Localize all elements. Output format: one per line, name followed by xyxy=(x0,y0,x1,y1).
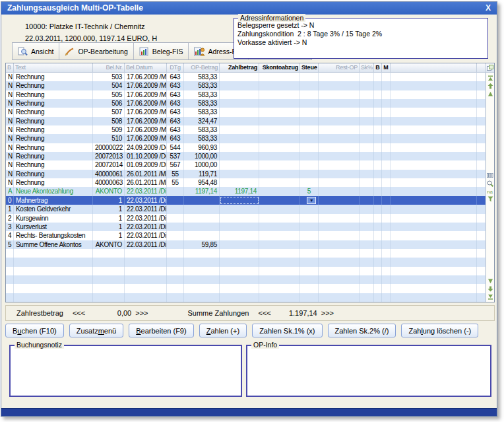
table-row[interactable]: NRechnung4000006126.01.2011 /Mi55119,71 xyxy=(6,170,486,178)
table-row[interactable]: NRechnung50617.06.2009 /Mi643583,33 xyxy=(6,99,486,108)
table-row[interactable]: NRechnung50717.06.2009 /Mi643583,33 xyxy=(6,108,486,116)
scroll-page-up-icon[interactable] xyxy=(487,83,493,89)
table-row[interactable] xyxy=(6,284,486,293)
table-row[interactable] xyxy=(6,275,486,284)
cell-zahlbetrag xyxy=(220,117,259,125)
table-row[interactable]: ANeue AkontozahlungAKONTO22.03.2011 /Di1… xyxy=(6,187,486,195)
scroll-up-icon[interactable] xyxy=(487,90,493,97)
search-icon[interactable] xyxy=(487,180,493,187)
cell-zahlbetrag xyxy=(220,231,259,240)
cell-zahlbetrag xyxy=(220,99,259,108)
column-header-skpct[interactable]: Sk% xyxy=(360,63,374,73)
cell-belnr xyxy=(93,258,125,266)
zahlen-button[interactable]: Zahlen (+) xyxy=(199,324,247,337)
zusatzmen-button[interactable]: Zusatzmenü xyxy=(69,324,124,337)
cell-b xyxy=(6,275,14,284)
sort-icon[interactable]: na xyxy=(487,188,493,195)
column-header-zahlbetrag[interactable]: Zahlbetrag xyxy=(220,63,259,73)
table-row[interactable]: 1Kosten Geldverkehr122.03.2011 /Di xyxy=(6,205,486,213)
cell-beldatum: 22.03.2011 /Di xyxy=(125,223,167,231)
zahlen-sk-1-x-button[interactable]: Zahlen Sk.1% (x) xyxy=(252,324,322,337)
cell-opbetrag: 583,33 xyxy=(184,134,220,143)
column-header-beldatum[interactable]: Bel.Datum xyxy=(125,63,167,73)
column-header-steue[interactable]: Steue xyxy=(300,63,319,73)
cell-blank2 xyxy=(477,293,486,302)
table-row[interactable]: NRechnung2000002224.09.2009 /Do544960,93 xyxy=(6,143,486,152)
column-header-blank2[interactable] xyxy=(477,63,486,73)
table-row[interactable]: NRechnung51017.06.2009 /Mi643583,33 xyxy=(6,134,486,143)
column-header-b[interactable]: B xyxy=(6,63,14,73)
table-row[interactable]: 4Rechts- Beratungskosten122.03.2011 /Di xyxy=(6,231,486,240)
cell-text xyxy=(14,284,93,293)
zahlung-l-schen-button[interactable]: Zahlung löschen (-) xyxy=(401,324,478,337)
table-row[interactable]: 3Kursverlust122.03.2011 /Di xyxy=(6,223,486,231)
zahlen-sk-2-button[interactable]: Zahlen Sk.2% (/) xyxy=(328,324,396,337)
column-header-belnr[interactable]: Bel.Nr. xyxy=(93,63,125,73)
table-row[interactable]: NRechnung50417.06.2009 /Mi643583,33 xyxy=(6,81,486,90)
cell-b2 xyxy=(374,214,382,223)
column-header-text[interactable]: Text xyxy=(14,63,93,73)
table-row[interactable] xyxy=(6,267,486,275)
tab-ansicht[interactable]: Ansicht xyxy=(13,43,59,59)
columns-icon[interactable] xyxy=(487,172,493,179)
scroll-bottom-icon[interactable] xyxy=(487,293,493,300)
buchungsnotiz-area[interactable] xyxy=(11,346,241,396)
scroll-down-icon[interactable] xyxy=(487,277,493,284)
table-row[interactable]: NRechnung50817.06.2009 /Mi643324,47 xyxy=(6,117,486,125)
cell-zahlbetrag xyxy=(220,81,259,90)
column-chooser-icon[interactable] xyxy=(486,63,494,73)
cell-blank2 xyxy=(477,205,486,213)
close-icon[interactable]: X xyxy=(486,2,491,15)
column-header-opbetrag[interactable]: OP-Betrag xyxy=(184,63,220,73)
customer-info-line1: 10000: Platzke IT-Technik / Chemnitz xyxy=(25,22,145,30)
cell-b2 xyxy=(374,249,382,258)
table-row[interactable]: NRechnung4000006326.01.2011 /Mi55954,48 xyxy=(6,178,486,187)
table-row[interactable]: 2Kursgewinn122.03.2011 /Di xyxy=(6,214,486,223)
scroll-page-down-icon[interactable] xyxy=(487,285,493,292)
table-row[interactable] xyxy=(6,258,486,266)
cell-zahlbetrag xyxy=(220,293,259,302)
cell-text: Rechnung xyxy=(14,90,93,99)
cell-belnr: 506 xyxy=(93,99,125,108)
tab-op-bearbeitung[interactable]: OP-Bearbeitung xyxy=(59,43,133,59)
table-row[interactable]: 0Mahnertrag122.03.2011 /Di▼ xyxy=(6,196,486,205)
bearbeiten-f9-button[interactable]: Bearbeiten (F9) xyxy=(129,324,193,337)
cell-m xyxy=(382,293,391,302)
column-header-restop[interactable]: Rest-OP xyxy=(319,63,360,73)
cell-blank xyxy=(391,170,477,178)
cell-blank xyxy=(391,258,477,266)
column-header-blank[interactable] xyxy=(391,63,477,73)
cell-zahlbetrag xyxy=(220,223,259,231)
column-header-dtg[interactable]: DTg xyxy=(167,63,184,73)
table-row[interactable]: NRechnung50317.06.2009 /Mi643583,33 xyxy=(6,73,486,81)
cell-steue xyxy=(300,240,319,249)
table-row[interactable]: NRechnung2007201401.09.2009 /Di5671000,0… xyxy=(6,160,486,169)
cell-b2 xyxy=(374,170,382,178)
column-header-b2[interactable]: B xyxy=(374,63,382,73)
cell-restop xyxy=(319,125,360,134)
steue-dropdown-button[interactable]: ▼ xyxy=(307,197,316,204)
table-row[interactable]: NRechnung50917.06.2009 /Mi643583,33 xyxy=(6,125,486,134)
cell-b xyxy=(6,293,14,302)
table-row[interactable]: NRechnung2007201301.10.2009 /Do5371000,0… xyxy=(6,152,486,160)
cell-b xyxy=(6,258,14,266)
cell-b2 xyxy=(374,143,382,152)
cell-beldatum: 01.09.2009 /Di xyxy=(125,160,167,169)
table-row[interactable]: NRechnung50517.06.2009 /Mi643583,33 xyxy=(6,90,486,99)
filter-icon[interactable] xyxy=(487,196,493,203)
column-header-skontoabzug[interactable]: Skontoabzug xyxy=(259,63,300,73)
tab-beleg-fis[interactable]: Beleg-FIS xyxy=(134,43,189,59)
title-bar[interactable]: Zahlungsausgleich Multi-OP-Tabelle X xyxy=(1,2,497,15)
column-header-m[interactable]: M xyxy=(382,63,391,73)
cell-blank xyxy=(391,143,477,152)
buchen-f10-button[interactable]: Buchen (F10) xyxy=(5,324,64,337)
table-row[interactable] xyxy=(6,249,486,258)
cell-beldatum: 01.10.2009 /Do xyxy=(125,152,167,160)
cell-blank2 xyxy=(477,134,486,143)
cell-b: 5 xyxy=(6,240,14,249)
cell-blank xyxy=(391,160,477,169)
table-row[interactable]: 5Summe Offene AkontosAKONTO22.03.2011 /D… xyxy=(6,240,486,249)
scroll-top-icon[interactable] xyxy=(487,75,493,81)
cell-restop xyxy=(319,117,360,125)
table-row[interactable] xyxy=(6,293,486,302)
